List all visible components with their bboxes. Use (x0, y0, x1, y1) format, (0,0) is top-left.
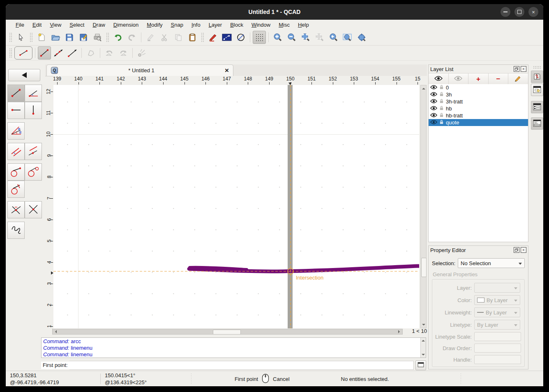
edit-layer-button[interactable] (508, 73, 528, 84)
command-line-toggle-button[interactable] (531, 117, 543, 130)
zoom-previous-button[interactable] (327, 31, 340, 44)
close-panel-icon[interactable]: × (521, 247, 526, 253)
command-input[interactable] (69, 361, 414, 370)
remove-layer-button[interactable]: − (489, 73, 509, 84)
show-all-layers-button[interactable] (429, 73, 449, 84)
library-browser-toggle-button[interactable] (531, 71, 543, 83)
layer-lock-icon[interactable] (439, 112, 444, 119)
tool-line-2points[interactable] (7, 85, 25, 102)
menu-draw[interactable]: Draw (88, 21, 109, 29)
menu-file[interactable]: File (12, 21, 28, 29)
hide-all-layers-button[interactable] (449, 73, 469, 84)
block-list-toggle-button[interactable] (531, 84, 543, 96)
current-tool-button[interactable] (14, 46, 32, 60)
title-bar[interactable]: Untitled 1 * - QCAD × (6, 4, 543, 20)
menu-modify[interactable]: Modify (143, 21, 166, 29)
menu-edit[interactable]: Edit (28, 21, 46, 29)
redo-segment-button[interactable] (117, 46, 130, 60)
add-layer-button[interactable]: + (468, 73, 489, 84)
zoom-out-button[interactable] (285, 31, 298, 44)
minimize-button[interactable] (501, 7, 510, 17)
property-editor-button[interactable] (206, 31, 219, 44)
float-panel-icon[interactable] (514, 66, 519, 72)
menu-select[interactable]: Select (65, 21, 88, 29)
new-file-button[interactable] (35, 31, 48, 44)
toolbar-drag-handle[interactable] (9, 48, 12, 58)
toolbar-drag-handle[interactable] (106, 32, 109, 42)
tool-line-bisector[interactable] (7, 122, 25, 140)
tool-line-angle[interactable] (25, 85, 42, 102)
copy-button[interactable] (172, 31, 185, 44)
command-widget-button[interactable] (415, 360, 426, 370)
layer-row-selected[interactable]: quote (429, 119, 528, 126)
redo-button[interactable] (125, 31, 138, 44)
command-scrollbar[interactable] (420, 338, 426, 358)
layer-row[interactable]: hb-tratt (429, 112, 528, 119)
document-tab[interactable]: Q * Untitled 1 × (46, 64, 233, 76)
sketch-button[interactable] (84, 46, 97, 60)
layer-lock-icon[interactable] (439, 92, 444, 98)
drawing-canvas[interactable]: Intersection (53, 85, 419, 328)
tool-line-freehand[interactable] (7, 222, 25, 239)
layer-row[interactable]: 0 (429, 84, 528, 91)
menu-dimension[interactable]: Dimension (109, 21, 143, 29)
horizontal-scroll-thumb[interactable] (213, 330, 241, 335)
layer-visible-eye-icon[interactable] (430, 105, 437, 112)
pan-button[interactable] (355, 31, 368, 44)
tool-line-vertical[interactable] (25, 102, 42, 119)
tool-line-orthogonal-tangent[interactable] (7, 181, 25, 198)
vertical-scrollbar[interactable] (420, 85, 427, 328)
horizontal-scrollbar[interactable] (52, 329, 403, 335)
zoom-window-button[interactable] (341, 31, 354, 44)
pointer-button[interactable] (14, 31, 28, 44)
ray-button[interactable] (66, 46, 79, 60)
layer-lock-icon[interactable] (439, 99, 444, 105)
tab-close-icon[interactable]: × (225, 67, 229, 74)
tool-line-tangent-circles[interactable] (25, 163, 42, 181)
property-editor-titlebar[interactable]: Property Editor × (429, 246, 528, 254)
command-history[interactable]: Command: arcc Command: linemenu Command:… (41, 337, 426, 358)
open-file-button[interactable] (49, 31, 62, 44)
layer-row[interactable]: 3h (429, 91, 528, 98)
layer-visible-eye-icon[interactable] (430, 112, 437, 119)
auto-zoom-button[interactable] (299, 31, 312, 44)
menu-layer[interactable]: Layer (205, 21, 226, 29)
layer-lock-icon[interactable] (439, 105, 444, 112)
layer-list-titlebar[interactable]: Layer List × (429, 65, 528, 73)
tools-back-button[interactable] (8, 69, 40, 81)
menu-help[interactable]: Help (294, 21, 313, 29)
layer-list-toggle-button[interactable] (531, 101, 543, 113)
layer-visible-eye-icon[interactable] (430, 119, 437, 126)
toolbar-drag-handle[interactable] (9, 32, 12, 42)
float-panel-icon[interactable] (514, 247, 519, 253)
tool-line-horizontal[interactable] (7, 102, 25, 119)
close-panel-icon[interactable]: × (521, 66, 526, 72)
menu-misc[interactable]: Misc (274, 21, 294, 29)
tool-line-orthogonal[interactable] (25, 201, 42, 218)
save-button[interactable] (63, 31, 76, 44)
menu-snap[interactable]: Snap (167, 21, 187, 29)
infinite-line-button[interactable] (52, 46, 65, 60)
zoom-in-button[interactable] (271, 31, 284, 44)
layer-row[interactable]: 3h-tratt (429, 98, 528, 105)
layer-visible-eye-icon[interactable] (430, 92, 437, 98)
toolbar-drag-handle[interactable] (201, 32, 204, 42)
close-button[interactable]: × (528, 7, 538, 17)
snap-angle-button[interactable] (135, 46, 148, 60)
toolbar-drag-handle[interactable] (533, 66, 541, 69)
tool-line-relative-angle[interactable] (7, 201, 25, 218)
menu-window[interactable]: Window (247, 21, 274, 29)
tool-line-parallel[interactable] (7, 143, 25, 160)
layer-visible-eye-icon[interactable] (430, 85, 437, 91)
previous-view-button[interactable] (313, 31, 326, 44)
selection-filter-button[interactable] (220, 31, 233, 44)
layer-row[interactable]: hb (429, 105, 528, 112)
menu-info[interactable]: Info (187, 21, 205, 29)
layer-lock-icon[interactable] (439, 119, 444, 126)
undo-segment-button[interactable] (103, 46, 116, 60)
layer-visible-eye-icon[interactable] (430, 99, 437, 105)
toolbar-drag-handle[interactable] (30, 32, 33, 42)
cut-button[interactable] (158, 31, 171, 44)
draw-circle-button[interactable] (234, 31, 247, 44)
vertical-scroll-thumb[interactable] (421, 258, 427, 277)
